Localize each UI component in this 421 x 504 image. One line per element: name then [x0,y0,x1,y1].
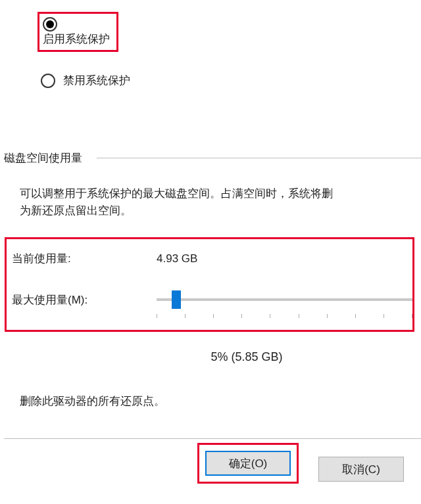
disable-protection-radio[interactable]: 禁用系统保护 [41,73,421,88]
delete-restore-points-text: 删除此驱动器的所有还原点。 [0,394,421,409]
desc-line-2: 为新还原点留出空间。 [20,204,132,217]
restore-settings-group: 启用系统保护 禁用系统保护 [0,0,421,88]
radio-circle-icon [43,17,57,32]
slider-ticks [157,314,412,318]
max-usage-label: 最大使用量(M): [12,292,157,308]
current-usage-row: 当前使用量: 4.93 GB [12,251,412,266]
disk-usage-description: 可以调整用于系统保护的最大磁盘空间。占满空间时，系统将删 为新还原点留出空间。 [0,185,421,219]
percent-value: 5% (5.85 GB) [72,350,421,364]
usage-block: 当前使用量: 4.93 GB 最大使用量(M): [5,237,414,332]
max-usage-slider[interactable] [157,289,412,310]
radio-circle-icon [41,74,55,88]
ok-button[interactable]: 确定(O) [205,451,291,476]
enable-protection-radio[interactable]: 启用系统保护 [37,12,118,52]
slider-thumb[interactable] [172,290,181,309]
current-usage-value: 4.93 GB [157,252,197,265]
cancel-button-wrap: 取消(C) [318,449,404,484]
enable-protection-label: 启用系统保护 [43,33,110,45]
disk-usage-title: 磁盘空间使用量 [4,150,82,166]
desc-line-1: 可以调整用于系统保护的最大磁盘空间。占满空间时，系统将删 [20,187,333,200]
dialog-buttons: 确定(O) 取消(C) [0,439,421,484]
slider-track [157,298,412,301]
divider-line [97,158,421,158]
max-usage-row: 最大使用量(M): [12,289,412,310]
current-usage-label: 当前使用量: [12,251,157,266]
disk-usage-section-header: 磁盘空间使用量 [0,150,421,166]
cancel-button[interactable]: 取消(C) [318,457,404,482]
ok-button-wrap: 确定(O) [197,443,299,484]
disable-protection-label: 禁用系统保护 [63,73,130,88]
